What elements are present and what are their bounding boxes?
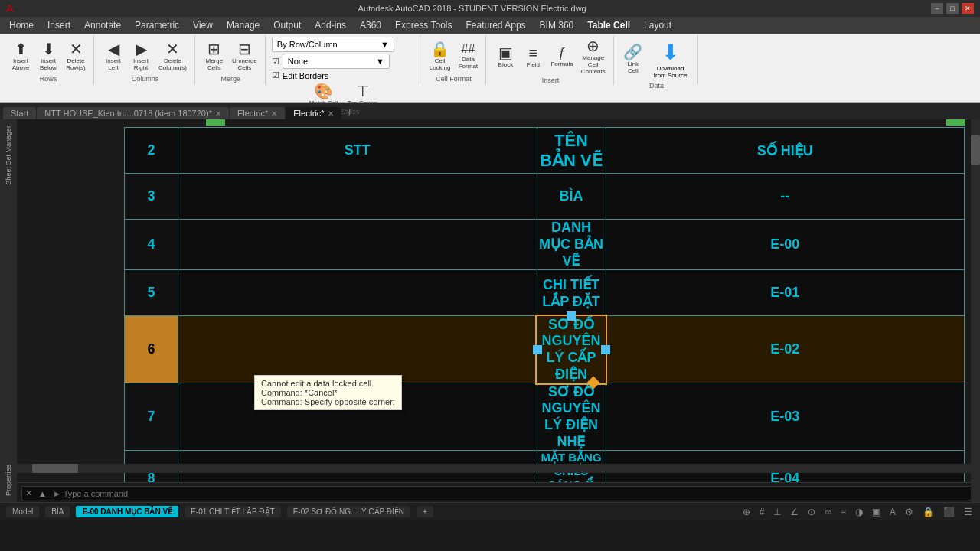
row5-stt[interactable] xyxy=(178,270,537,316)
row4-stt[interactable] xyxy=(178,220,537,270)
menu-parametric[interactable]: Parametric xyxy=(129,18,185,32)
ortho-icon[interactable]: ⊥ xyxy=(772,505,782,519)
command-close-btn[interactable]: ✕ xyxy=(22,487,35,500)
menu-insert[interactable]: Insert xyxy=(41,18,77,32)
sheet-set-manager-label[interactable]: Sheet Set Manager xyxy=(3,119,14,191)
tab-ntt-close[interactable]: ✕ xyxy=(215,109,221,118)
vertical-scrollbar[interactable] xyxy=(971,119,980,502)
menu-a360[interactable]: A360 xyxy=(354,18,387,32)
data-format-button[interactable]: ## DataFormat xyxy=(455,41,481,71)
menu-output[interactable]: Output xyxy=(267,18,307,32)
settings-icon[interactable]: ☰ xyxy=(962,505,974,519)
row3-code[interactable]: -- xyxy=(606,174,965,220)
cell-locking-button[interactable]: 🔒 CellLocking xyxy=(426,40,454,73)
unmerge-cells-button[interactable]: ⊟ UnmergeCells xyxy=(229,40,260,73)
status-tab-model[interactable]: Model xyxy=(6,506,39,517)
otrack-icon[interactable]: ∞ xyxy=(823,505,833,519)
menu-featured[interactable]: Featured Apps xyxy=(460,18,532,32)
minimize-button[interactable]: − xyxy=(931,3,943,14)
row4-code[interactable]: E-00 xyxy=(606,220,965,270)
menu-home[interactable]: Home xyxy=(3,18,40,32)
row3-stt[interactable] xyxy=(178,174,537,220)
tab-start[interactable]: Start xyxy=(3,107,36,119)
none-dropdown[interactable]: None ▼ xyxy=(283,54,390,69)
command-input[interactable] xyxy=(50,487,975,500)
manage-cell-contents-button[interactable]: ⊕ ManageCellContents xyxy=(578,37,609,77)
snap-icon[interactable]: ⊕ xyxy=(741,505,752,519)
hardware-icon[interactable]: ⬛ xyxy=(942,505,956,519)
restore-button[interactable]: □ xyxy=(946,3,959,14)
menu-layout[interactable]: Layout xyxy=(638,18,678,32)
lock-icon[interactable]: 🔒 xyxy=(921,505,936,519)
row6-stt[interactable] xyxy=(178,316,537,383)
insert-right-button[interactable]: ▶ InsertRight xyxy=(128,40,154,73)
insert-below-button[interactable]: ⬇ InsertBelow xyxy=(35,40,61,73)
tab-electric1-close[interactable]: ✕ xyxy=(271,109,277,118)
handle-right[interactable] xyxy=(601,345,610,354)
workspace-icon[interactable]: ⚙ xyxy=(903,505,915,519)
handle-left[interactable] xyxy=(533,345,542,354)
row7-name[interactable]: SƠ ĐỒ NGUYÊN LÝ ĐIỆN NHẸ xyxy=(537,383,606,451)
close-button[interactable]: ✕ xyxy=(962,3,974,14)
insert-above-button[interactable]: ⬆ InsertAbove xyxy=(8,40,34,73)
annotate-icon[interactable]: A xyxy=(888,505,897,519)
polar-icon[interactable]: ∠ xyxy=(789,505,800,519)
row3-name[interactable]: BÌA xyxy=(537,174,606,220)
hscroll-thumb[interactable] xyxy=(32,464,78,473)
status-tab-bia[interactable]: BÌA xyxy=(45,506,70,517)
status-tab-e01[interactable]: E-01 CHI TIẾT LẮP ĐẶT xyxy=(185,506,280,517)
handle-top[interactable] xyxy=(567,311,576,321)
link-cell-button[interactable]: 🔗 LinkCell xyxy=(620,43,646,76)
tab-electric2-close[interactable]: ✕ xyxy=(328,109,334,118)
menu-bim360[interactable]: BIM 360 xyxy=(534,18,580,32)
transparency-icon[interactable]: ◑ xyxy=(854,505,864,519)
tab-electric1[interactable]: Electric* ✕ xyxy=(230,107,285,119)
menu-tablecell[interactable]: Table Cell xyxy=(581,18,636,32)
edit-borders-button[interactable]: Edit Borders xyxy=(283,71,329,80)
header-name[interactable]: TÊN BẢN VẼ xyxy=(537,128,606,174)
tab-electric2[interactable]: Electric* ✕ xyxy=(286,107,341,119)
canvas-area[interactable]: 2 STT TÊN BẢN VẼ SỐ HIỆU 3 BÌA -- 4 DANH… xyxy=(17,119,980,502)
horizontal-scrollbar[interactable] xyxy=(17,464,971,473)
row5-name[interactable]: CHI TIẾT LẮP ĐẶT xyxy=(537,270,606,316)
menu-view[interactable]: View xyxy=(187,18,219,32)
row7-code[interactable]: E-03 xyxy=(606,383,965,451)
header-code[interactable]: SỐ HIỆU xyxy=(606,128,965,174)
tab-add-button[interactable]: + xyxy=(342,104,358,119)
merge-cells-button[interactable]: ⊞ MergeCells xyxy=(201,40,227,73)
green-bar-left xyxy=(206,119,225,126)
download-from-source-button[interactable]: ⬇ Downloadfrom Source xyxy=(648,37,694,82)
command-up-btn[interactable]: ▲ xyxy=(35,487,50,500)
status-tab-add[interactable]: + xyxy=(416,506,433,517)
field-button[interactable]: ≡ Field xyxy=(520,44,546,70)
delete-rows-button[interactable]: ✕ DeleteRow(s) xyxy=(63,40,89,73)
formula-button[interactable]: ƒ Formula xyxy=(547,44,576,69)
tab-ntt[interactable]: NTT HOUSE_Kien tru...0718 (kiem 180720)*… xyxy=(37,107,229,119)
match-cell-button[interactable]: 🎨 Match Cell xyxy=(306,82,341,108)
header-stt[interactable]: STT xyxy=(178,128,537,174)
vscroll-thumb[interactable] xyxy=(971,135,980,165)
row-column-dropdown[interactable]: By Row/Column ▼ xyxy=(272,37,394,52)
menu-annotate[interactable]: Annotate xyxy=(78,18,127,32)
row5-code[interactable]: E-01 xyxy=(606,270,965,316)
row4-name[interactable]: DANH MỤC BẢN VẼ xyxy=(537,220,606,270)
tooltip-line1: Cannot edit a data locked cell. xyxy=(261,379,395,388)
menu-addins[interactable]: Add-ins xyxy=(309,18,352,32)
status-tab-e02[interactable]: E-02 SƠ ĐỒ NG...LÝ CẤP ĐIỆN xyxy=(287,506,410,517)
row6-name[interactable]: SƠ ĐỒ NGUYÊN LÝ CẤP ĐIỆN xyxy=(537,316,606,383)
match-cell-icon: 🎨 xyxy=(314,83,333,99)
insert-below-icon: ⬇ xyxy=(42,41,55,57)
osnap-icon[interactable]: ⊙ xyxy=(806,505,817,519)
row6-code[interactable]: E-02 xyxy=(606,316,965,383)
properties-label[interactable]: Properties xyxy=(3,458,14,502)
menu-manage[interactable]: Manage xyxy=(220,18,266,32)
grid-icon[interactable]: # xyxy=(758,505,766,519)
menu-express[interactable]: Express Tools xyxy=(389,18,458,32)
delete-columns-button[interactable]: ✕ DeleteColumn(s) xyxy=(155,40,190,73)
status-tab-e00[interactable]: E-00 DANH MỤC BẢN VẼ xyxy=(76,506,178,517)
block-button[interactable]: ▣ Block xyxy=(492,44,518,70)
selection-icon[interactable]: ▣ xyxy=(871,505,882,519)
insert-left-button[interactable]: ◀ InsertLeft xyxy=(100,40,126,73)
lineweight-icon[interactable]: ≡ xyxy=(839,505,848,519)
merge-buttons: ⊞ MergeCells ⊟ UnmergeCells xyxy=(201,37,260,75)
